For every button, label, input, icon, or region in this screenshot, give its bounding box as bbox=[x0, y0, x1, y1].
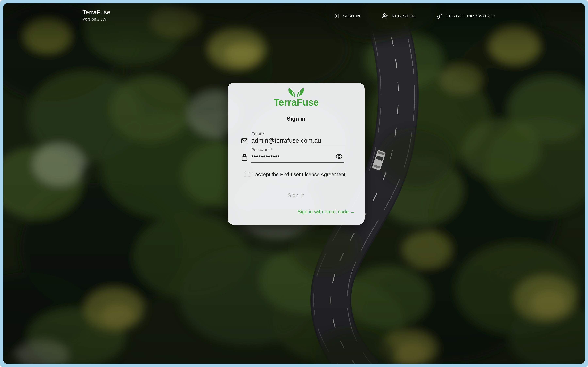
nav-sign-in[interactable]: SIGN IN bbox=[333, 13, 361, 19]
show-password-icon[interactable] bbox=[335, 153, 343, 160]
nav-register-label: REGISTER bbox=[392, 14, 415, 18]
card-heading: Sign in bbox=[228, 116, 364, 122]
envelope-icon bbox=[241, 137, 248, 144]
brand: TerraFuse Version 2.7.9 bbox=[82, 9, 110, 22]
eula-checkbox[interactable] bbox=[244, 172, 250, 177]
password-underline bbox=[251, 162, 344, 163]
top-nav: SIGN IN REGISTER FORGOT PASSWORD? bbox=[333, 13, 495, 19]
person-add-icon bbox=[381, 13, 388, 19]
logo-text: TerraFuse bbox=[228, 97, 364, 108]
logo-leaves-icon bbox=[284, 86, 308, 97]
login-icon bbox=[333, 13, 340, 19]
email-underline bbox=[251, 146, 344, 146]
sign-in-button[interactable]: Sign in bbox=[228, 192, 364, 199]
nav-sign-in-label: SIGN IN bbox=[343, 14, 361, 18]
email-label: Email * bbox=[251, 132, 265, 136]
sign-in-card: TerraFuse Sign in Email * admin@terrafus… bbox=[228, 83, 364, 225]
eula-link[interactable]: End-user License Agreement bbox=[280, 172, 346, 177]
app-title: TerraFuse bbox=[82, 9, 110, 16]
lock-icon bbox=[241, 153, 248, 162]
email-code-link[interactable]: Sign in with email code → bbox=[297, 209, 355, 214]
eula-text: I accept the End-user License Agreement bbox=[252, 171, 346, 178]
email-input[interactable]: admin@terrafuse.com.au bbox=[251, 137, 321, 144]
eula-prefix: I accept the bbox=[252, 172, 280, 177]
app-frame: TerraFuse Version 2.7.9 SIGN IN REGISTER bbox=[0, 0, 588, 367]
password-label: Password * bbox=[251, 147, 272, 152]
app-version: Version 2.7.9 bbox=[82, 17, 110, 22]
key-icon bbox=[436, 13, 443, 19]
nav-forgot-password[interactable]: FORGOT PASSWORD? bbox=[436, 13, 495, 19]
password-input[interactable]: •••••••••••• bbox=[251, 153, 280, 160]
forest-background: TerraFuse Version 2.7.9 SIGN IN REGISTER bbox=[3, 3, 585, 364]
nav-register[interactable]: REGISTER bbox=[381, 13, 415, 19]
nav-forgot-password-label: FORGOT PASSWORD? bbox=[446, 14, 495, 18]
